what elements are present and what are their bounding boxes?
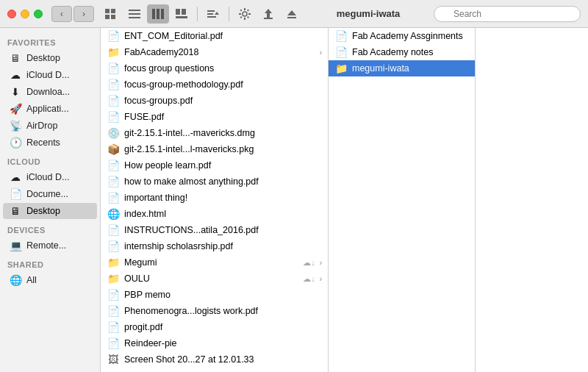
sidebar-item-remote[interactable]: 💻Remote... — [3, 237, 97, 254]
share-button[interactable] — [257, 4, 279, 24]
svg-rect-6 — [129, 17, 140, 18]
important-icon: 📄 — [107, 192, 120, 204]
file-row-focus-group-m[interactable]: 📄focus-group-methodology.pdf — [101, 76, 328, 93]
file-row-fabacademy2018[interactable]: 📁FabAcademy2018› — [101, 44, 328, 60]
file-panels: 📄ENT_COM_Editorial.pdf📁FabAcademy2018›📄f… — [101, 28, 588, 372]
file-row-focus-groups[interactable]: 📄focus-groups.pdf — [101, 93, 328, 109]
megumi-cloud-icon: ☁↓ — [303, 258, 315, 268]
svg-rect-15 — [207, 16, 216, 18]
pbp-memo-name: PBP memo — [124, 290, 322, 300]
sidebar-item-desktop2[interactable]: 🖥Desktop — [3, 203, 97, 219]
svg-rect-5 — [129, 13, 140, 15]
file-row-fab-assignments[interactable]: 📄Fab Academy Assginments — [329, 28, 475, 44]
important-name: important thing! — [124, 193, 322, 203]
git-dmg-icon: 💿 — [107, 127, 120, 139]
how-people-icon: 📄 — [107, 160, 120, 171]
svg-rect-3 — [111, 15, 115, 19]
file-row-phenomeno[interactable]: 📄Phenomenogra...logists work.pdf — [101, 303, 328, 319]
file-row-focus-group-q[interactable]: 📄focus group questions — [101, 60, 328, 76]
arrange-button[interactable] — [202, 4, 224, 24]
fabacademy2018-arrow-icon: › — [320, 49, 322, 57]
sidebar: Favorites🖥Desktop☁iCloud D...⬇Downloa...… — [0, 28, 101, 372]
file-row-how-to-make[interactable]: 📄how to make almost anything.pdf — [101, 174, 328, 190]
coverflow-view-button[interactable] — [171, 4, 193, 24]
search-input[interactable] — [434, 6, 581, 22]
sidebar-item-airdrop[interactable]: 📡AirDrop — [3, 118, 97, 134]
panel-middle: 📄Fab Academy Assginments📄Fab Academy not… — [329, 28, 476, 372]
sidebar-label-documents: Docume... — [26, 189, 68, 199]
svg-rect-21 — [248, 13, 251, 15]
sidebar-item-applications[interactable]: 🚀Applicati... — [3, 101, 97, 117]
file-row-oulu[interactable]: 📁OULU☁↓› — [101, 271, 328, 287]
action-button[interactable] — [234, 4, 256, 24]
icon-view-button[interactable] — [100, 4, 122, 24]
back-button[interactable]: ‹ — [51, 6, 72, 22]
close-button[interactable] — [7, 10, 16, 18]
sidebar-section-devices: Devices — [0, 220, 100, 237]
instructions-name: INSTRUCTIONS...atila_2016.pdf — [124, 225, 322, 235]
file-row-git-dmg[interactable]: 💿git-2.15.1-intel...-mavericks.dmg — [101, 125, 328, 141]
sidebar-section-shared: Shared — [0, 254, 100, 271]
file-row-megumi[interactable]: 📁Megumi☁↓› — [101, 254, 328, 271]
phenomeno-icon: 📄 — [107, 305, 120, 317]
file-row-internship[interactable]: 📄internship scholasrship.pdf — [101, 238, 328, 254]
file-row-megumi-iwata[interactable]: 📁megumi-iwata — [329, 60, 475, 76]
reindeer-pie-name: Reindeer-pie — [124, 338, 322, 348]
ent-com-icon: 📄 — [107, 30, 120, 42]
sidebar-item-all[interactable]: 🌐All — [3, 272, 97, 288]
sidebar-item-icloud-drive[interactable]: ☁iCloud D... — [3, 67, 97, 83]
sidebar-label-remote: Remote... — [26, 240, 66, 251]
megumi-name: Megumi — [124, 257, 298, 268]
sidebar-item-recents[interactable]: 🕐Recents — [3, 135, 97, 151]
file-row-ent-com[interactable]: 📄ENT_COM_Editorial.pdf — [101, 28, 328, 44]
file-row-index-html[interactable]: 🌐index.html — [101, 206, 328, 222]
megumi-iwata-name: megumi-iwata — [352, 63, 469, 74]
focus-groups-icon: 📄 — [107, 95, 120, 107]
fabacademy2018-icon: 📁 — [107, 46, 120, 58]
maximize-button[interactable] — [34, 10, 43, 18]
file-row-instructions[interactable]: 📄INSTRUCTIONS...atila_2016.pdf — [101, 222, 328, 238]
sidebar-label-icloud-drive2: iCloud D... — [26, 172, 69, 182]
how-to-make-name: how to make almost anything.pdf — [124, 176, 322, 187]
progit-icon: 📄 — [107, 321, 120, 333]
oulu-cloud-icon: ☁↓ — [303, 274, 315, 284]
eject-button[interactable] — [281, 4, 303, 24]
megumi-iwata-icon: 📁 — [334, 62, 348, 74]
fuse-name: FUSE.pdf — [124, 112, 322, 122]
sidebar-item-icloud-drive2[interactable]: ☁iCloud D... — [3, 169, 97, 185]
fab-assignments-icon: 📄 — [334, 30, 348, 42]
focus-group-m-name: focus-group-methodology.pdf — [124, 79, 322, 90]
documents-icon: 📄 — [9, 188, 22, 200]
separator-2 — [229, 7, 229, 21]
window-title: megumi-iwata — [309, 8, 428, 19]
list-view-button[interactable] — [123, 4, 146, 24]
sidebar-item-desktop[interactable]: 🖥Desktop — [3, 50, 97, 66]
svg-rect-18 — [244, 8, 245, 10]
file-row-fuse[interactable]: 📄FUSE.pdf — [101, 109, 328, 125]
file-row-important[interactable]: 📄important thing! — [101, 190, 328, 206]
sidebar-item-documents[interactable]: 📄Docume... — [3, 186, 97, 202]
file-row-git-pkg[interactable]: 📦git-2.15.1-intel...l-mavericks.pkg — [101, 141, 328, 157]
svg-rect-27 — [264, 18, 273, 19]
svg-rect-13 — [207, 10, 215, 12]
column-view-button[interactable] — [147, 4, 169, 24]
minimize-button[interactable] — [21, 10, 29, 18]
file-row-how-people[interactable]: 📄How people learn.pdf — [101, 157, 328, 174]
file-row-screenshot[interactable]: 🖼Screen Shot 20...27 at 12.01.33 — [101, 351, 328, 368]
svg-rect-19 — [244, 18, 245, 20]
how-people-name: How people learn.pdf — [124, 160, 322, 171]
forward-button[interactable]: › — [74, 6, 94, 22]
file-row-progit[interactable]: 📄progit.pdf — [101, 319, 328, 335]
file-row-fab-notes[interactable]: 📄Fab Academy notes — [329, 44, 475, 60]
file-row-pbp-memo[interactable]: 📄PBP memo — [101, 287, 328, 303]
file-row-reindeer-pie[interactable]: 📄Reindeer-pie — [101, 335, 328, 351]
git-pkg-name: git-2.15.1-intel...l-mavericks.pkg — [124, 144, 322, 154]
focus-groups-name: focus-groups.pdf — [124, 96, 322, 106]
sidebar-item-downloads[interactable]: ⬇Downloa... — [3, 84, 97, 100]
svg-rect-23 — [247, 9, 249, 11]
svg-rect-10 — [176, 9, 180, 15]
search-wrapper: 🔍 — [434, 6, 581, 22]
svg-rect-0 — [105, 9, 110, 13]
svg-point-17 — [243, 12, 247, 16]
svg-rect-22 — [240, 9, 243, 11]
